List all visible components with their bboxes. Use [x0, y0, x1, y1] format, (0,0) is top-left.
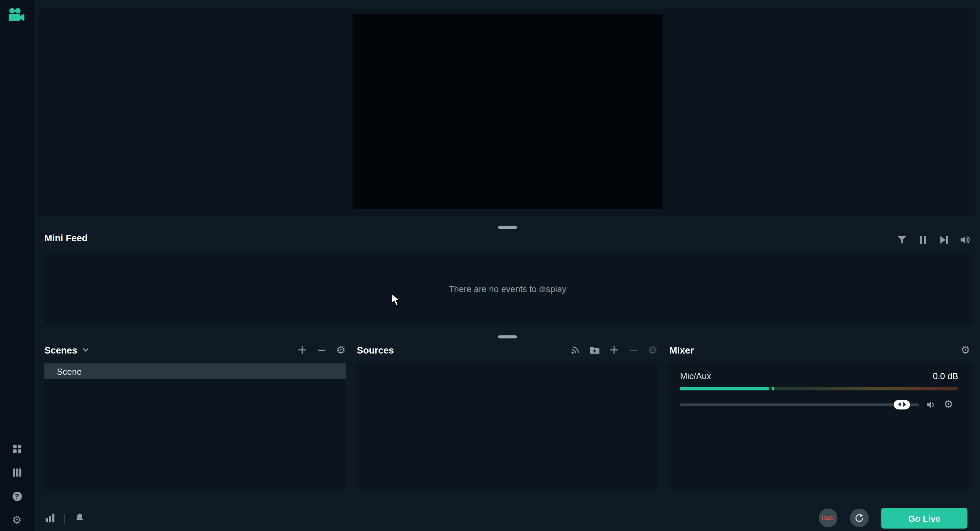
volume-slider-handle[interactable]	[894, 400, 910, 409]
go-live-label: Go Live	[908, 513, 940, 523]
slider-arrow-right-icon	[903, 402, 906, 407]
channel-settings-gear-icon[interactable]: ⚙	[943, 399, 954, 410]
skip-next-icon[interactable]	[939, 234, 949, 245]
footer-divider: |	[63, 513, 66, 523]
layout-columns-icon[interactable]	[11, 467, 22, 478]
scenes-title: Scenes	[45, 344, 77, 355]
dashboard-grid-icon[interactable]	[11, 443, 22, 454]
mixer-channel-name: Mic/Aux	[680, 371, 711, 381]
scenes-actions: + − ⚙	[297, 344, 347, 355]
sidebar: ? ⚙	[0, 0, 34, 531]
add-scene-icon[interactable]: +	[297, 344, 307, 355]
volume-meter-peak	[772, 387, 773, 391]
pause-icon[interactable]	[918, 234, 928, 245]
question-glyph: ?	[12, 491, 21, 501]
mini-feed-panel: There are no events to display	[45, 253, 970, 324]
streamlabs-logo-icon[interactable]	[8, 7, 25, 23]
add-folder-icon[interactable]	[589, 344, 600, 355]
mixer-channel-db-value: 0.0 dB	[933, 371, 958, 381]
sources-title: Sources	[357, 344, 394, 355]
mute-speaker-icon[interactable]	[926, 399, 936, 410]
help-icon[interactable]: ?	[11, 490, 22, 502]
volume-meter	[680, 387, 958, 391]
sidebar-bottom-icons: ? ⚙	[0, 443, 34, 526]
replay-buffer-button[interactable]	[850, 509, 869, 527]
volume-meter-level	[680, 387, 769, 391]
gear-glyph: ⚙	[12, 515, 22, 525]
sources-panel[interactable]	[357, 364, 658, 490]
video-preview-canvas[interactable]	[353, 14, 663, 209]
app-window: ? ⚙ Mini Feed	[0, 0, 980, 531]
resize-handle-top[interactable]	[498, 226, 517, 229]
scene-name: Scene	[57, 366, 82, 376]
filter-icon[interactable]	[896, 234, 907, 245]
add-source-icon[interactable]: +	[609, 344, 619, 355]
remove-source-icon[interactable]: −	[628, 344, 639, 355]
mini-feed-empty-text: There are no events to display	[449, 284, 566, 293]
notifications-bell-icon[interactable]	[74, 513, 85, 523]
slider-arrow-left-icon	[898, 402, 901, 407]
source-properties-gear-icon[interactable]: ⚙	[648, 344, 658, 355]
sources-header: Sources + − ⚙	[357, 341, 658, 358]
scenes-panel: Scene	[45, 364, 346, 490]
mixer-actions: ⚙	[960, 344, 970, 355]
mixer-settings-gear-icon[interactable]: ⚙	[960, 344, 970, 355]
mini-feed-title: Mini Feed	[45, 233, 88, 243]
scene-list-item[interactable]: Scene	[45, 364, 346, 379]
resize-handle-bottom[interactable]	[498, 335, 517, 338]
editor-display-area[interactable]	[39, 9, 975, 216]
settings-gear-icon[interactable]: ⚙	[11, 514, 22, 526]
sources-actions: + − ⚙	[570, 344, 658, 355]
mixer-header: Mixer ⚙	[669, 341, 970, 358]
volume-slider-track[interactable]	[680, 403, 919, 405]
mini-feed-toolbar	[896, 233, 970, 246]
footer-left-icons: |	[45, 512, 85, 524]
mixer-panel: Mic/Aux 0.0 dB ⚙	[669, 364, 970, 490]
mixer-title: Mixer	[669, 344, 694, 355]
record-button-label: REC	[822, 515, 834, 521]
speaker-icon[interactable]	[960, 234, 970, 245]
record-button[interactable]: REC	[819, 509, 837, 527]
volume-slider-row: ⚙	[680, 399, 962, 410]
chevron-down-icon[interactable]	[82, 348, 88, 352]
go-live-button[interactable]: Go Live	[881, 508, 967, 528]
remove-scene-icon[interactable]: −	[316, 344, 327, 355]
performance-stats-icon[interactable]	[45, 513, 55, 523]
scene-settings-gear-icon[interactable]: ⚙	[336, 344, 346, 355]
scenes-header: Scenes + − ⚙	[45, 341, 346, 358]
mixer-channel-row: Mic/Aux 0.0 dB	[680, 371, 958, 381]
add-widget-icon[interactable]	[570, 344, 581, 355]
